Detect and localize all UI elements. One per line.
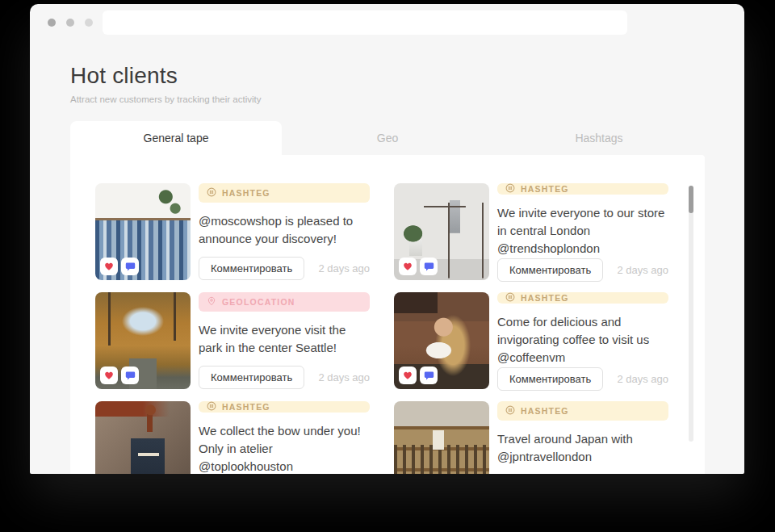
post-card: GEOLOCATION We invite everyone visit the… [95,292,378,389]
post-badge: HASHTEG [199,183,370,203]
post-overlay-actions [100,258,139,275]
post-body: GEOLOCATION We invite everyone visit the… [199,292,370,389]
post-footer: Комментировать 2 days ago [497,258,668,282]
post-body: HASHTEG Travel around Japan with @jpntra… [497,401,668,474]
heart-icon[interactable] [100,258,118,275]
post-body: HASHTEG @moscowshop is pleased to announ… [199,183,370,280]
post-body: HASHTEG We collect the bow under you! On… [199,401,370,474]
hash-circle-icon [207,401,216,413]
post-badge-label: HASHTEG [222,402,270,412]
post-badge-label: GEOLOCATION [222,297,295,307]
hash-circle-icon [505,183,515,195]
post-text: We invite everyone visit the park in the… [199,321,370,357]
post-timestamp: 2 days ago [318,371,370,383]
scrollbar-thumb[interactable] [689,186,693,213]
window-dot-icon [48,19,56,27]
comment-icon[interactable] [420,258,438,275]
post-image[interactable] [394,401,489,474]
hash-circle-icon [505,405,515,417]
window-dot-icon [85,19,93,27]
post-badge: HASHTEG [497,183,668,195]
post-timestamp: 2 days ago [617,373,668,385]
post-badge: HASHTEG [497,401,668,421]
post-card: HASHTEG We collect the bow under you! On… [95,401,378,474]
post-text: Come for delicious and invigorating coff… [497,313,668,367]
post-body: HASHTEG We invite everyone to our store … [497,183,668,280]
heart-icon[interactable] [100,367,118,384]
window-dot-icon [66,19,74,27]
post-footer: Комментировать 2 days ago [199,257,370,280]
post-body: HASHTEG Come for delicious and invigorat… [497,292,668,389]
tab-hashtags[interactable]: Hashtags [493,121,705,155]
post-badge: GEOLOCATION [199,292,370,312]
comment-button[interactable]: Комментировать [199,366,304,389]
post-timestamp: 2 days ago [617,264,668,276]
page-title: Hot clients [70,63,744,89]
comment-icon[interactable] [121,258,139,275]
post-image[interactable] [95,401,191,474]
post-image[interactable] [394,183,489,280]
comment-icon[interactable] [121,367,139,384]
post-text: @moscowshop is pleased to announce your … [199,212,370,248]
heart-icon[interactable] [399,258,417,275]
comment-icon[interactable] [420,367,438,384]
post-grid: HASHTEG @moscowshop is pleased to announ… [95,183,705,474]
post-badge-label: HASHTEG [521,293,569,303]
post-footer: Комментировать 2 days ago [199,366,370,389]
post-badge-label: HASHTEG [521,184,569,194]
comment-button[interactable]: Комментировать [497,367,603,391]
comment-button[interactable]: Комментировать [497,258,603,282]
post-overlay-actions [399,258,438,275]
browser-chrome [30,4,744,41]
post-badge-label: HASHTEG [222,188,270,198]
post-text: We collect the bow under you! Only in at… [199,422,370,474]
post-card: HASHTEG Come for delicious and invigorat… [394,292,677,389]
post-badge: HASHTEG [497,292,668,304]
post-overlay-actions [399,367,438,384]
post-overlay-actions [100,367,139,384]
post-badge-label: HASHTEG [521,406,569,416]
tab-general-tape[interactable]: General tape [70,121,282,155]
post-card: HASHTEG Travel around Japan with @jpntra… [394,401,677,474]
page-subtitle: Attract new customers by tracking their … [70,94,744,104]
scrollbar-track[interactable] [689,186,693,442]
window-controls [48,19,93,27]
tab-geo[interactable]: Geo [282,121,493,155]
post-text: We invite everyone to our store in centr… [497,204,668,258]
feed-panel: HASHTEG @moscowshop is pleased to announ… [70,155,705,474]
address-bar[interactable] [103,10,627,35]
pin-icon [207,296,216,308]
hash-circle-icon [505,292,515,304]
post-image[interactable] [95,183,191,280]
post-footer: Комментировать 2 days ago [497,367,668,391]
tab-bar: General tape Geo Hashtags [70,121,705,155]
heart-icon[interactable] [399,367,417,384]
post-card: HASHTEG We invite everyone to our store … [394,183,677,280]
hash-circle-icon [207,187,216,199]
page-background: Hot clients Attract new customers by tra… [0,0,775,532]
post-badge: HASHTEG [199,401,370,413]
post-image[interactable] [394,292,489,389]
comment-button[interactable]: Комментировать [199,257,304,280]
post-text: Travel around Japan with @jpntravellondo… [497,430,668,466]
browser-window: Hot clients Attract new customers by tra… [30,4,744,474]
post-card: HASHTEG @moscowshop is pleased to announ… [95,183,378,280]
post-timestamp: 2 days ago [318,262,370,274]
post-image[interactable] [95,292,191,389]
